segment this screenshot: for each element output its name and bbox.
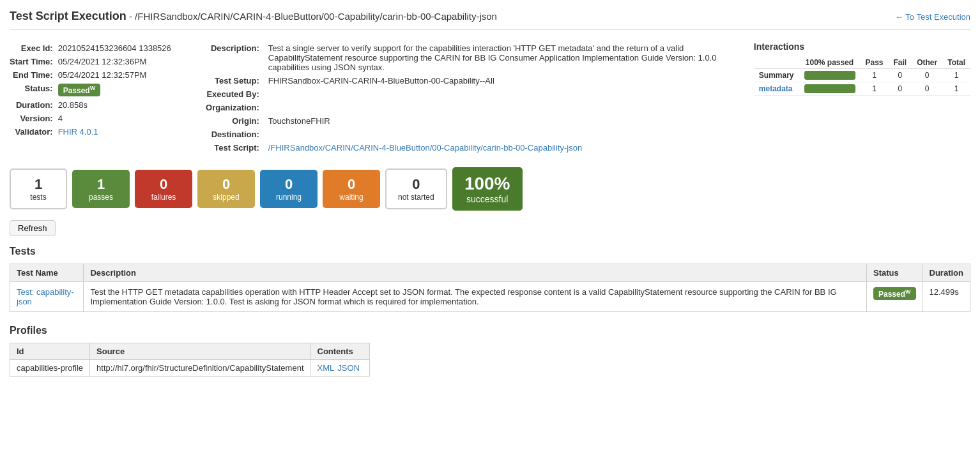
version-value: 4 bbox=[58, 112, 175, 125]
list-item: capabilities-profilehttp://hl7.org/fhir/… bbox=[10, 360, 370, 377]
validator-label: Validator: bbox=[10, 125, 58, 138]
profiles-table: Id Source Contents capabilities-profileh… bbox=[10, 343, 370, 377]
stat-skipped: 0 skipped bbox=[197, 170, 255, 208]
col-duration: Duration bbox=[923, 264, 970, 282]
exec-id-label: Exec Id: bbox=[10, 41, 58, 55]
interaction-progress bbox=[799, 69, 861, 82]
test-name-link[interactable]: Test: capability-json bbox=[17, 287, 74, 306]
interaction-pass: 1 bbox=[861, 82, 889, 96]
stat-tests-number: 1 bbox=[22, 176, 54, 193]
duration-value: 20.858s bbox=[58, 98, 175, 112]
stat-tests-label: tests bbox=[22, 193, 54, 202]
executed-by-label: Executed By: bbox=[194, 87, 264, 101]
interaction-total: 1 bbox=[942, 82, 970, 96]
status-sup: W bbox=[90, 85, 96, 91]
page-header: Test Script Execution - /FHIRSandbox/CAR… bbox=[10, 10, 970, 30]
interaction-row-link[interactable]: metadata bbox=[759, 84, 793, 93]
stat-passes-number: 1 bbox=[84, 176, 118, 193]
tests-section-title: Tests bbox=[10, 246, 970, 257]
stat-waiting-label: waiting bbox=[334, 193, 369, 202]
profile-contents: XMLJSON bbox=[310, 360, 369, 377]
destination-value bbox=[264, 128, 735, 141]
test-setup-label: Test Setup: bbox=[194, 74, 264, 87]
stat-success-label: successful bbox=[464, 194, 511, 204]
stat-running-number: 0 bbox=[272, 176, 306, 193]
start-time-label: Start Time: bbox=[10, 55, 58, 68]
interactions-table: 100% passed Pass Fail Other Total Summar… bbox=[754, 57, 970, 96]
profile-id: capabilities-profile bbox=[10, 360, 90, 377]
status-value: Passed bbox=[63, 86, 90, 95]
interaction-fail: 0 bbox=[889, 69, 912, 82]
description-panel: Description: Test a single server to ver… bbox=[194, 41, 735, 154]
stat-waiting-number: 0 bbox=[334, 176, 369, 193]
interaction-pass: 1 bbox=[861, 69, 889, 82]
table-row: Test: capability-jsonTest the HTTP GET m… bbox=[10, 282, 970, 312]
refresh-button[interactable]: Refresh bbox=[10, 220, 56, 236]
back-arrow-icon: ← bbox=[895, 12, 905, 22]
organization-label: Organization: bbox=[194, 101, 264, 114]
stat-success: 100% successful bbox=[452, 167, 523, 211]
info-section: Exec Id: 20210524153236604 1338526 Start… bbox=[10, 41, 970, 154]
page-title: Test Script Execution - /FHIRSandbox/CAR… bbox=[10, 10, 497, 23]
stat-running-label: running bbox=[272, 193, 306, 202]
interactions-panel: Interactions 100% passed Pass Fail Other… bbox=[754, 41, 970, 154]
description-value: Test a single server to verify support f… bbox=[264, 41, 735, 74]
version-label: Version: bbox=[10, 112, 58, 125]
test-script-label: Test Script: bbox=[194, 141, 264, 154]
interactions-col-name bbox=[754, 57, 799, 69]
interactions-col-pass: Pass bbox=[861, 57, 889, 69]
stats-row: 1 tests 1 passes 0 failures 0 skipped 0 … bbox=[10, 167, 970, 211]
profiles-col-contents: Contents bbox=[310, 343, 369, 360]
interactions-title: Interactions bbox=[754, 41, 970, 52]
end-time-value: 05/24/2021 12:32:57PM bbox=[58, 68, 175, 82]
interaction-progress bbox=[799, 82, 861, 96]
stat-skipped-label: skipped bbox=[209, 193, 243, 202]
test-setup-value: FHIRSandbox-CARIN-CARIN-4-BlueButton-00-… bbox=[264, 74, 735, 87]
origin-label: Origin: bbox=[194, 114, 264, 128]
stat-failures: 0 failures bbox=[135, 170, 192, 208]
profiles-col-id: Id bbox=[10, 343, 90, 360]
stat-passes: 1 passes bbox=[72, 170, 130, 208]
duration-label: Duration: bbox=[10, 98, 58, 112]
stat-not-started-number: 0 bbox=[398, 176, 434, 193]
stat-passes-label: passes bbox=[84, 193, 118, 202]
profiles-col-source: Source bbox=[90, 343, 310, 360]
interaction-row-name: Summary bbox=[754, 69, 799, 82]
validator-link[interactable]: FHIR 4.0.1 bbox=[58, 127, 98, 137]
interactions-col-100: 100% passed bbox=[799, 57, 861, 69]
profile-source: http://hl7.org/fhir/StructureDefinition/… bbox=[90, 360, 310, 377]
executed-by-value bbox=[264, 87, 735, 101]
exec-id-value: 20210524153236604 1338526 bbox=[58, 41, 175, 55]
title-subtitle: - /FHIRSandbox/CARIN/CARIN-4-BlueButton/… bbox=[126, 11, 497, 22]
col-status: Status bbox=[867, 264, 923, 282]
end-time-label: End Time: bbox=[10, 68, 58, 82]
interactions-col-total: Total bbox=[942, 57, 970, 69]
organization-value bbox=[264, 101, 735, 114]
origin-value: TouchstoneFHIR bbox=[264, 114, 735, 128]
back-to-test-execution-link[interactable]: ← To Test Execution bbox=[895, 12, 970, 22]
tests-table: Test Name Description Status Duration Te… bbox=[10, 264, 970, 312]
destination-label: Destination: bbox=[194, 128, 264, 141]
test-status-cell: PassedW bbox=[867, 282, 923, 312]
exec-info-panel: Exec Id: 20210524153236604 1338526 Start… bbox=[10, 41, 175, 154]
col-description: Description bbox=[84, 264, 867, 282]
test-script-link[interactable]: /FHIRSandbox/CARIN/CARIN-4-BlueButton/00… bbox=[268, 143, 582, 153]
stat-not-started-label: not started bbox=[398, 193, 434, 202]
stat-not-started: 0 not started bbox=[385, 168, 447, 209]
status-cell: PassedW bbox=[58, 82, 175, 98]
test-description: Test the HTTP GET metadata capabilities … bbox=[84, 282, 867, 312]
test-script-cell: /FHIRSandbox/CARIN/CARIN-4-BlueButton/00… bbox=[264, 141, 735, 154]
interactions-col-other: Other bbox=[912, 57, 942, 69]
test-duration: 12.499s bbox=[923, 282, 970, 312]
stat-skipped-number: 0 bbox=[209, 176, 243, 193]
title-main: Test Script Execution bbox=[10, 10, 126, 22]
validator-cell: FHIR 4.0.1 bbox=[58, 125, 175, 138]
interactions-col-fail: Fail bbox=[889, 57, 912, 69]
profile-xml-link[interactable]: XML bbox=[318, 363, 335, 373]
stat-failures-label: failures bbox=[146, 193, 181, 202]
interaction-total: 1 bbox=[942, 69, 970, 82]
description-label: Description: bbox=[194, 41, 264, 74]
profile-json-link[interactable]: JSON bbox=[337, 363, 360, 373]
interaction-fail: 0 bbox=[889, 82, 912, 96]
test-status-badge: PassedW bbox=[873, 287, 916, 300]
